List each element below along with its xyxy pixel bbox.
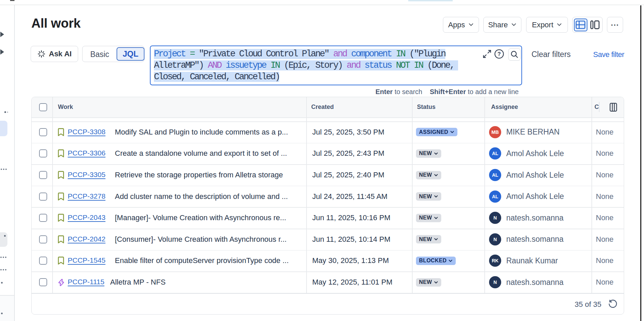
svg-text:?: ? <box>497 51 501 57</box>
